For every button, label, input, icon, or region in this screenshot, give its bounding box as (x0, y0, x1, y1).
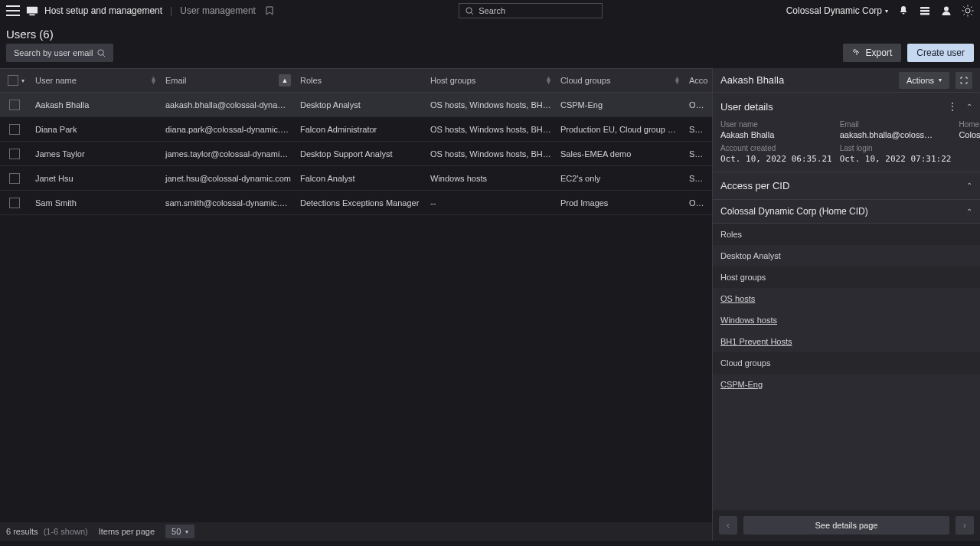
svg-line-13 (964, 7, 965, 8)
column-roles[interactable]: Roles (296, 76, 426, 85)
row-checkbox[interactable] (5, 173, 31, 184)
topbar: Host setup and management | User managem… (0, 0, 980, 21)
items-per-page-select[interactable]: 50▾ (165, 525, 194, 538)
svg-rect-6 (920, 13, 929, 15)
bell-icon[interactable] (897, 5, 910, 17)
svg-rect-1 (29, 14, 34, 15)
access-per-cid-header[interactable]: Access per CID ⌃ (713, 172, 980, 199)
row-checkbox[interactable] (5, 198, 31, 208)
panel-section-title: User details (720, 101, 773, 113)
panel-actions-button[interactable]: Actions▾ (899, 72, 949, 89)
items-per-page-label: Items per page (99, 527, 155, 536)
column-host-groups[interactable]: Host groups▲▼ (426, 76, 556, 85)
monitor-icon[interactable] (26, 5, 38, 17)
svg-line-14 (971, 14, 972, 15)
filter-search-by-email[interactable]: Search by user email (6, 44, 113, 62)
cid-header[interactable]: Colossal Dynamic Corp (Home CID) ⌃ (713, 199, 980, 224)
role-item: Desktop Analyst (713, 245, 980, 266)
breadcrumb-user-management[interactable]: User management (180, 5, 256, 16)
stack-icon[interactable] (919, 5, 931, 17)
panel-next-button[interactable]: › (956, 516, 974, 535)
column-email[interactable]: Email▲ (161, 74, 296, 87)
svg-point-7 (944, 7, 949, 11)
svg-rect-0 (27, 7, 38, 14)
results-shown: (1-6 shown) (44, 527, 88, 536)
table-footer: 6 results (1-6 shown) Items per page 50▾ (0, 522, 712, 541)
column-account-created[interactable]: Acco (684, 76, 707, 85)
host-group-link[interactable]: BH1 Prevent Hosts (713, 331, 980, 352)
global-search-input[interactable]: Search (459, 3, 603, 18)
detail-user-name: Aakash Bhalla (720, 130, 832, 139)
detail-account-created: Oct. 10, 2022 06:35.21 (720, 154, 832, 164)
create-user-button[interactable]: Create user (907, 44, 974, 62)
row-checkbox[interactable] (5, 100, 31, 110)
roles-label: Roles (713, 224, 980, 245)
global-search-placeholder: Search (479, 6, 505, 15)
user-icon[interactable] (940, 5, 952, 17)
host-group-link[interactable]: OS hosts (713, 288, 980, 309)
panel-expand-button[interactable] (956, 72, 972, 89)
svg-point-8 (965, 8, 970, 13)
svg-rect-5 (920, 10, 929, 12)
toolbar: Search by user email Export Create user (0, 44, 980, 68)
column-cloud-groups[interactable]: Cloud groups▲▼ (556, 76, 684, 85)
host-group-link[interactable]: Windows hosts (713, 309, 980, 331)
svg-line-18 (103, 54, 106, 57)
svg-point-17 (98, 49, 103, 54)
row-checkbox[interactable] (5, 124, 31, 135)
menu-icon[interactable] (6, 5, 20, 16)
org-switcher[interactable]: Colossal Dynamic Corp ▾ (786, 5, 888, 16)
svg-point-2 (466, 7, 472, 12)
org-name: Colossal Dynamic Corp (786, 5, 882, 16)
detail-last-login: Oct. 10, 2022 07:31:22 (840, 154, 952, 164)
svg-rect-4 (920, 7, 929, 9)
breadcrumb: Host setup and management | User managem… (44, 5, 276, 17)
page-header: Users (6) (0, 21, 980, 44)
panel-user-name: Aakash Bhalla (720, 74, 893, 86)
svg-line-3 (472, 12, 474, 15)
sun-icon[interactable] (962, 5, 974, 17)
export-label: Export (866, 47, 893, 58)
svg-line-15 (964, 14, 965, 15)
collapse-icon[interactable]: ⌃ (966, 103, 972, 111)
panel-prev-button[interactable]: ‹ (719, 516, 737, 535)
page-title: Users (6) (6, 28, 54, 41)
detail-email: aakash.bhalla@coloss… (840, 130, 952, 139)
row-checkbox[interactable] (5, 149, 31, 159)
svg-line-16 (971, 7, 972, 8)
kebab-icon[interactable]: ⋮ (947, 100, 959, 113)
see-details-page-button[interactable]: See details page (743, 516, 949, 535)
breadcrumb-host-setup[interactable]: Host setup and management (44, 5, 162, 16)
host-groups-label: Host groups (713, 266, 980, 288)
cloud-group-link[interactable]: CSPM-Eng (713, 374, 980, 395)
column-user-name[interactable]: User name▲▼ (31, 76, 161, 85)
select-all-checkbox[interactable]: ▾ (5, 75, 31, 86)
detail-home-cid: Colossal Dynamic Corp (959, 130, 980, 139)
filter-chip-label: Search by user email (14, 48, 93, 57)
details-panel: Aakash Bhalla Actions▾ User details ⋮ ⌃ … (712, 68, 980, 541)
cloud-groups-label: Cloud groups (713, 352, 980, 374)
bookmark-icon[interactable] (263, 5, 276, 17)
results-count: 6 results (6, 527, 38, 536)
export-button[interactable]: Export (843, 44, 902, 62)
